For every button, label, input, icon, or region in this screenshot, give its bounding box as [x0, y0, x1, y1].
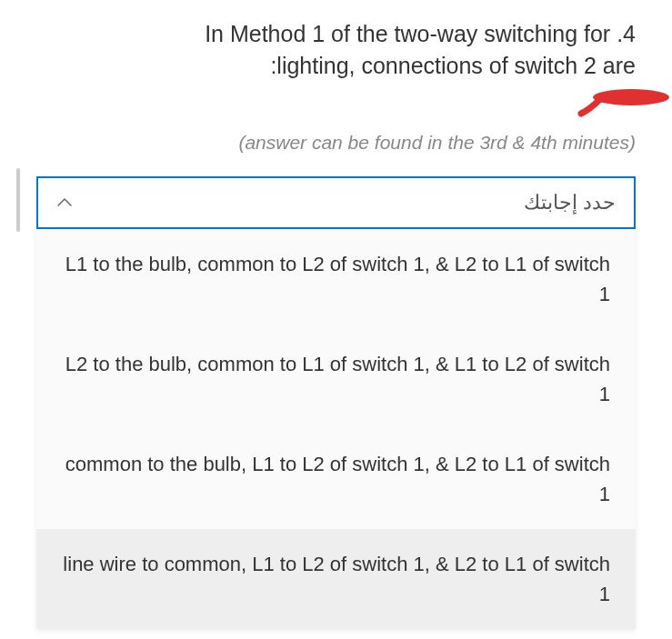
dropdown-placeholder: حدد إجابتك: [524, 191, 616, 215]
answer-dropdown[interactable]: حدد إجابتك: [36, 176, 636, 229]
option-3[interactable]: common to the bulb, L1 to L2 of switch 1…: [36, 429, 636, 529]
question-line1: In Method 1 of the two-way switching for: [205, 21, 610, 46]
options-list: L1 to the bulb, common to L2 of switch 1…: [36, 229, 636, 629]
svg-point-0: [593, 89, 669, 105]
annotation-mark: [554, 86, 672, 118]
side-indicator: [16, 168, 20, 232]
question-text: In Method 1 of the two-way switching for…: [82, 18, 636, 82]
dropdown-header[interactable]: حدد إجابتك: [38, 178, 634, 227]
question-number: .4: [617, 21, 636, 46]
option-1[interactable]: L1 to the bulb, common to L2 of switch 1…: [36, 229, 636, 329]
option-4[interactable]: line wire to common, L1 to L2 of switch …: [36, 529, 636, 629]
question-line2: :lighting, connections of switch 2 are: [270, 53, 636, 78]
chevron-up-icon: [56, 195, 73, 211]
option-2[interactable]: L2 to the bulb, common to L1 of switch 1…: [36, 329, 636, 429]
question-container: In Method 1 of the two-way switching for…: [0, 18, 672, 82]
question-hint: (answer can be found in the 3rd & 4th mi…: [0, 132, 672, 154]
